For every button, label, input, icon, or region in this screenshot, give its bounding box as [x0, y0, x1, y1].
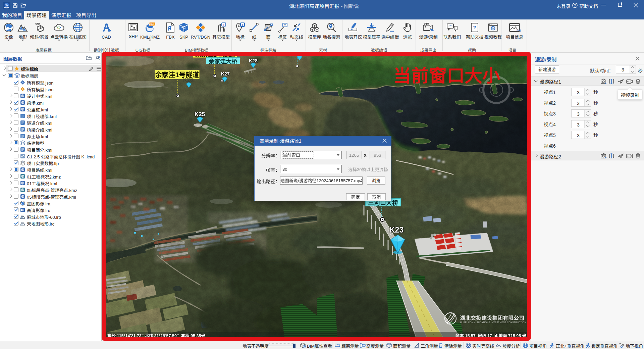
- svg-text:KML: KML: [149, 23, 155, 26]
- svg-text:T: T: [223, 23, 225, 27]
- svg-text:?: ?: [574, 3, 576, 7]
- svg-text:Logo: Logo: [517, 29, 521, 32]
- svg-text:?: ?: [473, 24, 476, 30]
